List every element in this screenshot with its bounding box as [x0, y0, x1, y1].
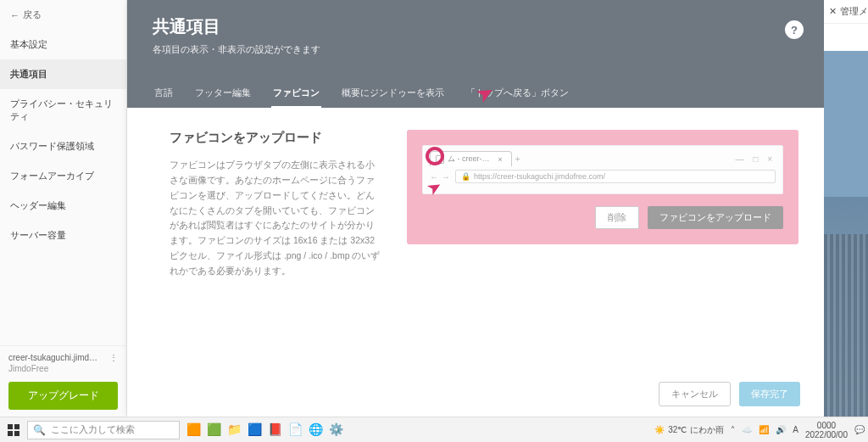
back-link[interactable]: ← 戻る — [0, 0, 126, 30]
browser-tab-title: ム - creer-… — [448, 154, 490, 165]
taskbar-clock[interactable]: 0000 2022/00/00 — [805, 421, 848, 439]
content-left: ファビコンをアップロード ファビコンはブラウザタブの左側に表示される小さな画像で… — [170, 130, 381, 279]
save-button[interactable]: 保存完了 — [739, 382, 800, 406]
url-text: https://creer-tsukaguchi.jimdofree.com/ — [474, 172, 605, 181]
taskbar-search[interactable]: 🔍 ここに入力して検索 — [27, 421, 180, 439]
cancel-button[interactable]: キャンセル — [659, 382, 731, 406]
weather-temp: 32℃ — [668, 425, 687, 434]
back-arrow-icon: ← — [10, 10, 19, 20]
page-title: 共通項目 — [153, 15, 798, 38]
settings-sidebar: ← 戻る 基本設定 共通項目 プライバシー・セキュリティ パスワード保護領域 フ… — [0, 0, 127, 417]
start-button[interactable] — [3, 420, 24, 440]
tray-up-icon[interactable]: ˄ — [731, 425, 735, 434]
taskbar-apps: 🟧 🟩 📁 🟦 📕 📄 🌐 ⚙️ — [186, 422, 344, 438]
app-icon-2[interactable]: 🟩 — [207, 422, 222, 438]
site-plan: JimdoFree — [8, 364, 118, 373]
app-icon-4[interactable]: 🟦 — [248, 422, 263, 438]
admin-menu-close[interactable]: ✕ 管理メニ — [824, 0, 868, 24]
preview-column: ム - creer-… × + — □ × ➤ ← → — [407, 130, 798, 279]
main-body: ファビコンをアップロード ファビコンはブラウザタブの左側に表示される小さな画像で… — [127, 108, 824, 279]
svg-rect-2 — [8, 431, 13, 436]
browser-url-row: ➤ ← → 🔒 https://creer-tsukaguchi.jimdofr… — [430, 170, 776, 183]
main-panel: 共通項目 各項目の表示・非表示の設定ができます ? 言語 フッター編集 ファビコ… — [127, 0, 824, 417]
page-subtitle: 各項目の表示・非表示の設定ができます — [153, 43, 798, 56]
sidebar-menu: 基本設定 共通項目 プライバシー・セキュリティ パスワード保護領域 フォームアー… — [0, 30, 126, 250]
sidebar-item-basic[interactable]: 基本設定 — [0, 30, 126, 59]
preview-button-row: 削除 ファビコンをアップロード — [422, 206, 783, 229]
lock-icon: 🔒 — [461, 172, 470, 181]
window-controls-icon: — □ × — [736, 154, 776, 164]
system-tray: ☀️ 32℃ にわか雨 ˄ ☁️ 📶 🔊 A 0000 2022/00/00 💬 — [654, 421, 865, 439]
app-icon-3[interactable]: 📁 — [227, 422, 242, 438]
svg-rect-0 — [8, 424, 13, 429]
section-heading: ファビコンをアップロード — [170, 130, 381, 146]
tray-wifi-icon[interactable]: 📶 — [759, 425, 769, 434]
app-icon-1[interactable]: 🟧 — [186, 422, 202, 438]
annotation-highlight-box: ム - creer-… × + — □ × ➤ ← → — [407, 130, 798, 244]
clock-date: 2022/00/00 — [805, 430, 848, 439]
new-tab-icon: + — [515, 154, 520, 164]
section-description: ファビコンはブラウザタブの左側に表示される小さな画像です。あなたのホームページに… — [170, 158, 381, 279]
upload-favicon-button[interactable]: ファビコンをアップロード — [648, 206, 783, 229]
tray-ime-icon[interactable]: A — [793, 425, 798, 434]
tab-close-icon: × — [498, 155, 503, 164]
footer-buttons: キャンセル 保存完了 — [659, 382, 800, 406]
delete-favicon-button[interactable]: 削除 — [595, 206, 639, 229]
clock-time: 0000 — [805, 421, 848, 430]
browser-tab: ム - creer-… × — [430, 151, 512, 166]
weather-label: にわか雨 — [690, 424, 724, 436]
tab-favicon[interactable]: ファビコン — [271, 80, 321, 108]
help-icon[interactable]: ? — [785, 20, 804, 39]
browser-preview: ム - creer-… × + — □ × ➤ ← → — [422, 145, 783, 194]
app-icon-6[interactable]: 📄 — [288, 422, 303, 438]
back-label: 戻る — [23, 8, 42, 21]
notification-icon[interactable]: 💬 — [854, 425, 865, 434]
search-placeholder: ここに入力して検索 — [51, 423, 135, 436]
annotation-circle-icon — [426, 147, 444, 165]
sidebar-item-common[interactable]: 共通項目 — [0, 59, 126, 89]
close-icon: ✕ — [829, 6, 837, 17]
weather-icon: ☀️ — [654, 425, 665, 434]
tab-language[interactable]: 言語 — [153, 80, 175, 108]
upgrade-button[interactable]: アップグレード — [8, 382, 118, 410]
windows-taskbar: 🔍 ここに入力して検索 🟧 🟩 📁 🟦 📕 📄 🌐 ⚙️ ☀️ 32℃ にわか雨… — [0, 417, 868, 442]
app-icon-chrome[interactable]: 🌐 — [309, 422, 324, 438]
nav-forward-icon: → — [442, 172, 450, 182]
tray-volume-icon[interactable]: 🔊 — [776, 425, 786, 434]
background-preview-image — [824, 51, 868, 417]
tab-backtotop[interactable]: 「トップへ戻る」ボタン — [465, 80, 570, 108]
weather-widget[interactable]: ☀️ 32℃ にわか雨 — [654, 424, 724, 436]
right-strip: ✕ 管理メニ — [824, 0, 868, 417]
app-icon-5[interactable]: 📕 — [268, 422, 283, 438]
site-id-text: creer-tsukaguchi.jimd… — [8, 353, 97, 362]
tab-jimdo[interactable]: 概要にジンドゥーを表示 — [340, 80, 446, 108]
sidebar-item-header[interactable]: ヘッダー編集 — [0, 191, 126, 221]
svg-rect-1 — [14, 424, 19, 429]
sidebar-item-server[interactable]: サーバー容量 — [0, 221, 126, 250]
sidebar-item-formarchive[interactable]: フォームアーカイブ — [0, 161, 126, 191]
url-bar: 🔒 https://creer-tsukaguchi.jimdofree.com… — [455, 170, 776, 183]
windows-logo-icon — [8, 424, 19, 436]
site-id-row: creer-tsukaguchi.jimd… ⋮ — [8, 353, 118, 362]
sidebar-item-privacy[interactable]: プライバシー・セキュリティ — [0, 89, 126, 131]
tray-cloud-icon[interactable]: ☁️ — [742, 425, 752, 434]
sidebar-footer: creer-tsukaguchi.jimd… ⋮ JimdoFree アップグレ… — [0, 345, 126, 417]
tab-bar: 言語 フッター編集 ファビコン 概要にジンドゥーを表示 「トップへ戻る」ボタン — [153, 80, 798, 108]
app-icon-settings[interactable]: ⚙️ — [329, 422, 344, 438]
tab-footer[interactable]: フッター編集 — [193, 80, 253, 108]
main-header: 共通項目 各項目の表示・非表示の設定ができます ? 言語 フッター編集 ファビコ… — [127, 0, 824, 108]
more-icon[interactable]: ⋮ — [109, 353, 118, 362]
admin-menu-label: 管理メニ — [840, 5, 868, 18]
svg-rect-3 — [14, 431, 19, 436]
sidebar-item-password[interactable]: パスワード保護領域 — [0, 131, 126, 161]
search-icon: 🔍 — [33, 424, 46, 436]
browser-top-row: ム - creer-… × + — □ × — [430, 151, 776, 166]
